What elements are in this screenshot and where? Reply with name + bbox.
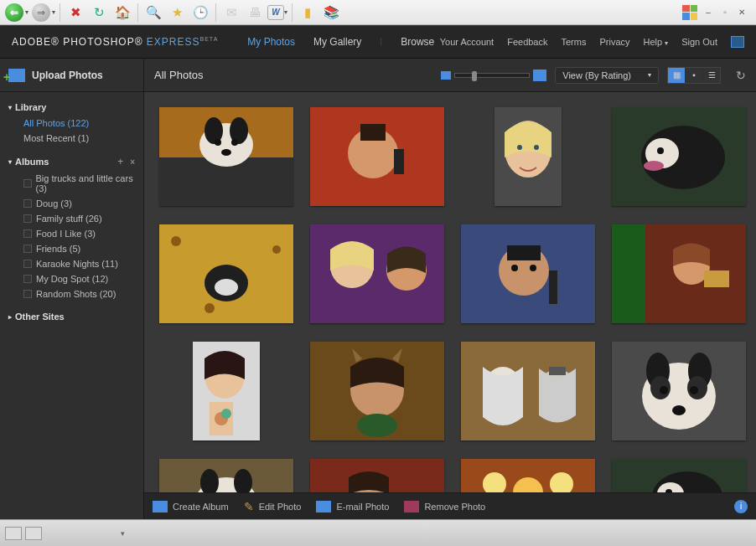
checkbox-icon[interactable] [23, 199, 32, 208]
album-label: Random Shots (20) [36, 289, 116, 299]
remove-album-icon[interactable]: × [130, 157, 135, 167]
svg-point-24 [205, 303, 215, 313]
word-menu-icon[interactable]: ▾ [284, 8, 287, 16]
search-button[interactable]: 🔍 [142, 2, 164, 23]
nav-sign-out[interactable]: Sign Out [681, 37, 717, 47]
view-mode-list[interactable]: ☰ [703, 68, 720, 83]
nav-my-gallery[interactable]: My Gallery [313, 36, 361, 48]
sidebar-album-item[interactable]: Friends (5) [0, 241, 143, 256]
sidebar-album-item[interactable]: Karaoke Nights (11) [0, 256, 143, 271]
photo-thumbnail[interactable] [310, 459, 444, 492]
grid-row [154, 224, 746, 323]
photo-thumbnail[interactable] [461, 459, 595, 492]
photo-thumbnail[interactable] [159, 459, 293, 492]
photo-thumbnail[interactable] [310, 224, 444, 323]
photo-thumbnail[interactable] [495, 107, 562, 206]
photo-thumbnail[interactable] [159, 224, 293, 323]
email-photo-button[interactable]: E-mail Photo [316, 501, 389, 513]
sidebar-album-item[interactable]: Random Shots (20) [0, 286, 143, 301]
print-button[interactable]: 🖶 [244, 2, 266, 23]
svg-point-59 [690, 386, 698, 394]
sidebar-album-item[interactable]: Big trucks and little cars (3) [0, 171, 143, 196]
refresh-button[interactable]: ↻ [88, 2, 110, 23]
checkbox-icon[interactable] [23, 275, 32, 283]
nav-privacy[interactable]: Privacy [599, 37, 629, 47]
status-dropdown-icon[interactable]: ▾ [121, 529, 125, 538]
close-button[interactable]: ✕ [736, 7, 748, 18]
album-icon [153, 501, 168, 513]
checkbox-icon[interactable] [23, 214, 32, 223]
create-album-button[interactable]: Create Album [153, 501, 229, 513]
svg-rect-37 [612, 224, 645, 323]
photo-thumbnail[interactable] [461, 342, 595, 440]
library-header[interactable]: ▾Library [0, 99, 143, 116]
sidebar-album-item[interactable]: Food I Like (3) [0, 226, 143, 241]
nav-browse[interactable]: Browse [401, 36, 434, 48]
fullscreen-icon[interactable] [731, 36, 744, 48]
sidebar-item-most-recent[interactable]: Most Recent (1) [0, 131, 143, 146]
history-button[interactable]: 🕒 [189, 2, 211, 23]
nav-your-account[interactable]: Your Account [440, 37, 494, 47]
checkbox-icon[interactable] [23, 245, 32, 253]
sidebar-album-item[interactable]: Family stuff (26) [0, 211, 143, 226]
restore-button[interactable]: ▫ [719, 7, 731, 18]
nav-feedback[interactable]: Feedback [507, 37, 547, 47]
sidebar-album-item[interactable]: My Dog Spot (12) [0, 271, 143, 286]
photo-thumbnail[interactable] [310, 107, 444, 206]
photo-thumbnail[interactable] [612, 459, 746, 492]
favorites-button[interactable]: ★ [166, 2, 188, 23]
research-button[interactable]: 📚 [320, 2, 342, 23]
browser-forward-button[interactable]: ⇒ [30, 2, 52, 23]
minimize-button[interactable]: – [702, 7, 714, 18]
pencil-icon: ✎ [244, 500, 254, 513]
nav-help[interactable]: Help ▾ [644, 37, 669, 47]
browser-back-button[interactable]: ⇐ [3, 2, 25, 23]
status-view-split[interactable] [25, 527, 42, 540]
view-mode-grid[interactable]: ▦ [668, 68, 685, 83]
add-album-icon[interactable]: + [117, 156, 123, 167]
forward-menu-icon[interactable]: ▾ [52, 8, 55, 16]
grid-row [154, 107, 746, 206]
checkbox-icon[interactable] [23, 260, 32, 268]
note-button[interactable]: ▮ [297, 2, 318, 23]
app-logo: ADOBE® PHOTOSHOP® EXPRESSBETA [12, 36, 218, 48]
sidebar-item-all-photos[interactable]: All Photos (122) [0, 116, 143, 131]
upload-photos-button[interactable]: Upload Photos [0, 59, 143, 92]
checkbox-icon[interactable] [23, 229, 32, 238]
photo-thumbnail[interactable] [612, 107, 746, 206]
stop-button[interactable]: ✖ [65, 2, 86, 23]
checkbox-icon[interactable] [23, 179, 32, 188]
nav-my-photos[interactable]: My Photos [247, 36, 295, 48]
checkbox-icon[interactable] [23, 290, 32, 298]
other-sites-header[interactable]: ▸Other Sites [0, 308, 143, 325]
photo-thumbnail[interactable] [159, 107, 293, 206]
chevron-down-icon: ▾ [648, 71, 651, 79]
album-label: My Dog Spot (12) [36, 274, 108, 284]
thumbnail-size-slider[interactable] [441, 70, 546, 81]
svg-point-22 [171, 236, 181, 246]
albums-header[interactable]: ▾ Albums + × [0, 152, 143, 171]
view-mode-small[interactable]: ▪ [686, 68, 702, 83]
edit-photo-button[interactable]: ✎Edit Photo [244, 500, 302, 513]
photo-thumbnail[interactable] [612, 224, 746, 323]
photo-thumbnail[interactable] [612, 342, 746, 440]
toolbar-separator [292, 3, 293, 22]
photo-thumbnail[interactable] [193, 342, 260, 440]
slider-track[interactable] [454, 73, 530, 78]
photo-grid [144, 92, 756, 492]
photo-thumbnail[interactable] [461, 224, 595, 323]
nav-terms[interactable]: Terms [561, 37, 586, 47]
view-by-dropdown[interactable]: View (By Rating) ▾ [555, 67, 659, 84]
mail-button[interactable]: ✉ [220, 2, 242, 23]
home-button[interactable]: 🏠 [111, 2, 133, 23]
back-menu-icon[interactable]: ▾ [25, 8, 28, 16]
refresh-icon[interactable]: ↻ [736, 69, 746, 82]
info-button[interactable]: i [734, 500, 748, 513]
window-controls: – ▫ ✕ [682, 5, 753, 20]
svg-point-23 [272, 245, 281, 254]
photo-thumbnail[interactable] [310, 342, 444, 440]
remove-photo-button[interactable]: Remove Photo [404, 501, 485, 513]
word-button[interactable]: W [267, 5, 284, 20]
status-view-single[interactable] [5, 527, 22, 540]
sidebar-album-item[interactable]: Doug (3) [0, 196, 143, 211]
